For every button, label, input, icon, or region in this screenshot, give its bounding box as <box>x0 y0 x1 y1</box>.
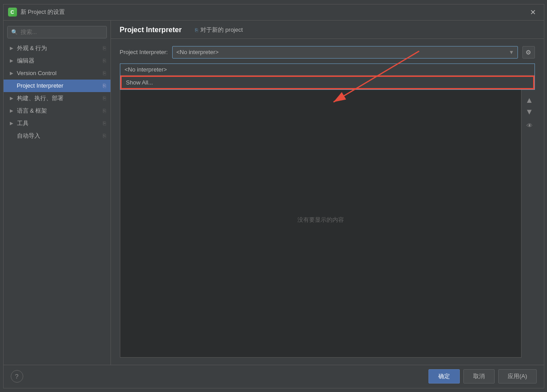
dropdown-list-item-no-interpreter[interactable]: <No interpreter> <box>120 64 534 76</box>
copy-icon: ⎘ <box>103 108 106 114</box>
arrow-icon: ▶ <box>10 96 14 101</box>
copy-icon: ⎘ <box>103 45 106 51</box>
arrow-icon: ▶ <box>10 46 14 51</box>
sidebar-item-label: 自动导入 <box>17 132 40 140</box>
sidebar-item-label: Project Interpreter <box>17 82 64 89</box>
sidebar-item-tools[interactable]: ▶ 工具 ⎘ <box>4 117 110 130</box>
sidebar-item-auto-import[interactable]: ▶ 自动导入 ⎘ <box>4 130 110 142</box>
sidebar-item-label: 工具 <box>17 119 29 127</box>
copy-icon: ⎘ <box>103 133 106 139</box>
copy-icon: ⎘ <box>103 83 106 89</box>
ok-button[interactable]: 确定 <box>428 369 460 384</box>
main-content: Project Interpreter ⎘ 对于新的 project <box>111 21 544 365</box>
sidebar-item-version-control[interactable]: ▶ Version Control ⎘ <box>4 67 110 80</box>
tab-link-label: 对于新的 project <box>200 26 243 34</box>
dialog-title: 新 Project 的设置 <box>21 8 65 16</box>
title-bar-left: C 新 Project 的设置 <box>8 8 65 17</box>
sidebar-item-label: 外观 & 行为 <box>17 44 47 52</box>
apply-button[interactable]: 应用(A) <box>498 369 536 384</box>
sidebar-item-label: 编辑器 <box>17 57 34 65</box>
arrow-icon: ▶ <box>10 121 14 126</box>
arrow-icon: ▶ <box>10 108 14 113</box>
interpreter-row: Project Interpreter: <No interpreter> Sh… <box>120 46 535 59</box>
copy-icon: ⎘ <box>103 95 106 101</box>
title-bar: C 新 Project 的设置 ✕ <box>4 4 544 21</box>
settings-dialog: C 新 Project 的设置 ✕ 🔍 ▶ 外观 & 行为 ⎘ ▶ 编辑器 ⎘ <box>3 4 544 388</box>
sidebar-item-build[interactable]: ▶ 构建、执行、部署 ⎘ <box>4 92 110 105</box>
sidebar-item-label: 语言 & 框架 <box>17 107 47 115</box>
scrollbar-buttons: ▲ ▼ <box>524 95 535 118</box>
table-area: Package Version Latest version 没有要显示的内容 … <box>120 70 535 358</box>
search-box[interactable]: 🔍 <box>7 26 107 38</box>
footer-buttons: 确定 取消 应用(A) <box>428 369 536 384</box>
arrow-icon: ▶ <box>10 58 14 63</box>
search-icon: 🔍 <box>11 29 18 35</box>
content-area: Project Interpreter: <No interpreter> Sh… <box>111 39 544 365</box>
dropdown-list: <No interpreter> Show All... <box>120 63 535 90</box>
arrow-icon: ▶ <box>10 71 14 76</box>
search-input[interactable] <box>21 29 103 35</box>
interpreter-label: Project Interpreter: <box>120 49 168 55</box>
scroll-up-button[interactable]: ▲ <box>524 95 535 106</box>
sidebar-item-appearance[interactable]: ▶ 外观 & 行为 ⎘ <box>4 42 110 55</box>
dialog-body: 🔍 ▶ 外观 & 行为 ⎘ ▶ 编辑器 ⎘ ▶ Version Control … <box>4 21 544 365</box>
copy-icon: ⎘ <box>103 70 106 76</box>
dialog-footer: ? 确定 取消 应用(A) <box>4 365 544 388</box>
app-icon: C <box>8 8 17 17</box>
table-actions: + − ▲ ▼ 👁 <box>522 70 535 358</box>
cancel-button[interactable]: 取消 <box>463 369 495 384</box>
empty-message: 没有要显示的内容 <box>297 216 344 224</box>
package-table: Package Version Latest version 没有要显示的内容 <box>120 70 522 358</box>
interpreter-dropdown-container: <No interpreter> Show All... ▼ <box>172 46 517 59</box>
main-title: Project Interpreter <box>120 26 182 38</box>
main-header: Project Interpreter ⎘ 对于新的 project <box>111 21 544 39</box>
sidebar-item-project-interpreter[interactable]: ▶ Project Interpreter ⎘ <box>4 80 110 92</box>
copy-icon: ⎘ <box>103 120 106 126</box>
table-body: 没有要显示的内容 <box>120 83 521 357</box>
interpreter-dropdown[interactable]: <No interpreter> Show All... <box>172 46 517 59</box>
dropdown-list-item-show-all[interactable]: Show All... <box>120 76 534 89</box>
help-button[interactable]: ? <box>11 370 23 383</box>
tab-link-new-project[interactable]: ⎘ 对于新的 project <box>195 26 243 38</box>
sidebar-item-label: 构建、执行、部署 <box>17 94 64 102</box>
scroll-down-button[interactable]: ▼ <box>524 107 535 118</box>
sidebar-item-label: Version Control <box>17 70 57 76</box>
sidebar: 🔍 ▶ 外观 & 行为 ⎘ ▶ 编辑器 ⎘ ▶ Version Control … <box>4 21 111 365</box>
link-icon: ⎘ <box>195 27 198 33</box>
close-button[interactable]: ✕ <box>527 6 539 18</box>
gear-button[interactable]: ⚙ <box>522 46 535 59</box>
sidebar-item-languages[interactable]: ▶ 语言 & 框架 ⎘ <box>4 105 110 117</box>
eye-button[interactable]: 👁 <box>524 120 535 131</box>
sidebar-item-editor[interactable]: ▶ 编辑器 ⎘ <box>4 55 110 67</box>
copy-icon: ⎘ <box>103 58 106 64</box>
